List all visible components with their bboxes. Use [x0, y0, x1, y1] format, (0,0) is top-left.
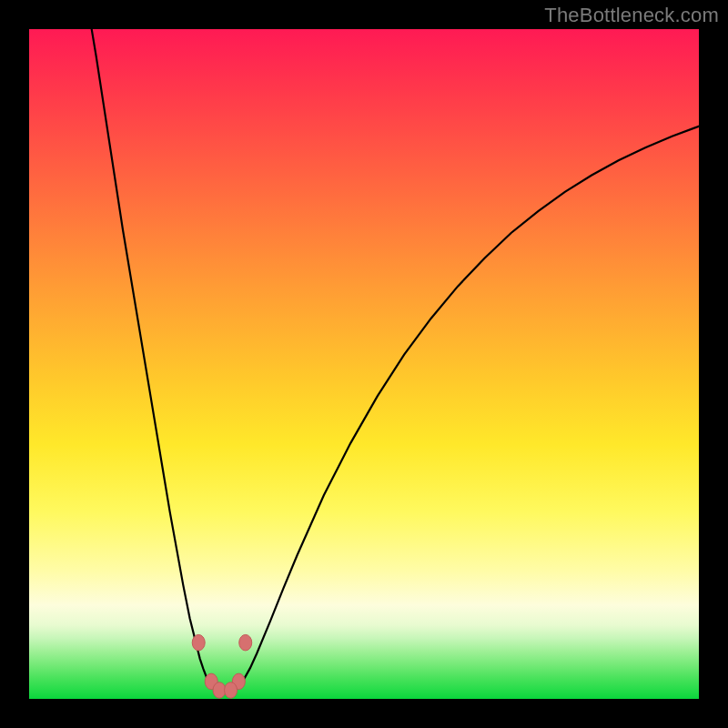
curve-path: [83, 29, 699, 692]
chart-frame: TheBottleneck.com: [0, 0, 728, 728]
curve-marker: [213, 682, 226, 699]
curve-markers: [192, 634, 252, 698]
plot-area: [29, 29, 699, 699]
bottleneck-curve: [29, 29, 699, 699]
curve-marker: [239, 634, 252, 651]
curve-marker: [192, 634, 205, 651]
curve-marker: [225, 682, 238, 699]
watermark-text: TheBottleneck.com: [544, 4, 719, 27]
